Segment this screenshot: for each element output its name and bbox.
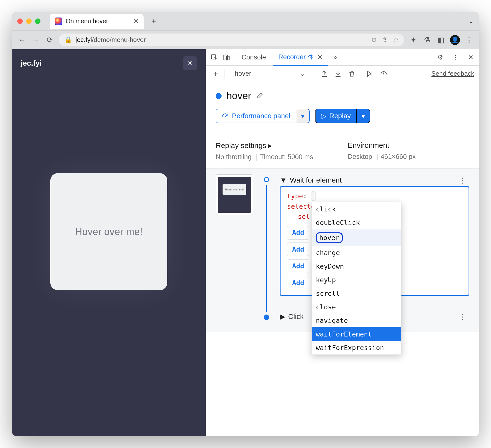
devtools-panel: Console Recorder ⚗ ✕ » ⚙ ⋮ ✕ ＋ hover	[206, 49, 479, 436]
tab-close-icon[interactable]: ✕	[317, 53, 323, 61]
performance-panel-more[interactable]: ▾	[296, 109, 310, 123]
hover-card[interactable]: Hover over me!	[50, 173, 167, 290]
edit-name-icon[interactable]	[256, 92, 264, 100]
titlebar: On menu hover ✕ ＋ ⌄	[12, 12, 479, 31]
step-title: Wait for element	[290, 176, 342, 184]
add-button[interactable]: Add	[287, 276, 309, 290]
dropdown-option-doubleclick[interactable]: doubleClick	[312, 216, 401, 229]
tab-overflow-icon[interactable]: ⌄	[468, 17, 474, 25]
add-button[interactable]: Add	[287, 259, 309, 273]
type-autocomplete-dropdown: click doubleClick hover change keyDown k…	[312, 202, 401, 355]
labs-icon[interactable]: ⚗	[422, 35, 432, 45]
svg-rect-2	[227, 56, 229, 60]
bookmark-icon[interactable]: ☆	[393, 36, 399, 44]
chevron-down-icon: ⌄	[300, 70, 305, 78]
timeout-value: Timeout: 5000 ms	[253, 153, 313, 161]
dropdown-option-click[interactable]: click	[312, 202, 401, 216]
play-icon: ▷	[321, 112, 326, 120]
close-window[interactable]	[17, 19, 23, 24]
more-menu-icon[interactable]: ⋮	[451, 53, 460, 62]
timeline-node	[264, 177, 269, 182]
add-button[interactable]: Add	[287, 226, 309, 240]
step-thumbnail[interactable]: Hover over me!	[216, 174, 253, 215]
sidepanel-icon[interactable]: ◧	[436, 35, 446, 45]
tab-recorder[interactable]: Recorder ⚗ ✕	[273, 50, 328, 66]
tabs-overflow-icon[interactable]: »	[330, 53, 340, 62]
step-menu-icon[interactable]: ⋮	[456, 174, 469, 186]
new-tab-button[interactable]: ＋	[149, 17, 158, 26]
thumb-text: Hover over me!	[223, 184, 246, 195]
step-header[interactable]: ▼ Wait for element ⋮	[280, 174, 469, 186]
collapse-icon: ▼	[280, 176, 287, 184]
tab-console[interactable]: Console	[237, 49, 271, 66]
browser-tab[interactable]: On menu hover ✕	[50, 14, 144, 29]
hover-card-text: Hover over me!	[75, 226, 142, 237]
steps-area: Hover over me! ▼ Wait for element	[206, 168, 479, 332]
slow-replay-icon[interactable]	[379, 69, 389, 79]
import-icon[interactable]	[333, 69, 343, 79]
reload-icon[interactable]: ⟳	[45, 35, 54, 45]
minimize-window[interactable]	[26, 19, 32, 24]
timeline	[259, 174, 274, 322]
page-header: jec.fyi ☀	[12, 49, 206, 77]
step-title: Click	[288, 313, 304, 321]
inspect-icon[interactable]	[209, 53, 219, 62]
type-key: type	[287, 192, 303, 200]
tab-title: On menu hover	[66, 18, 108, 25]
dropdown-option-change[interactable]: change	[312, 246, 401, 260]
extensions-icon[interactable]: ✦	[409, 35, 418, 45]
replay-settings: Replay settings ▸ No throttling Timeout:…	[216, 141, 469, 161]
maximize-window[interactable]	[35, 19, 40, 24]
lock-icon: 🔒	[64, 36, 72, 44]
settings-gear-icon[interactable]: ⚙	[435, 53, 445, 62]
replay-button[interactable]: ▷ Replay	[315, 109, 357, 123]
recording-selector-value: hover	[235, 70, 251, 77]
dropdown-option-scroll[interactable]: scroll	[312, 287, 401, 300]
address-bar: ← → ⟳ 🔒 jec.fyi/demo/menu-hover ⊖ ⇪ ☆ ✦ …	[12, 31, 479, 49]
url-field[interactable]: 🔒 jec.fyi/demo/menu-hover ⊖ ⇪ ☆	[59, 34, 404, 46]
page-brand: jec.fyi	[21, 59, 42, 67]
record-indicator-icon	[216, 93, 222, 99]
dropdown-option-waitforelement[interactable]: waitForElement	[312, 327, 401, 341]
send-feedback-link[interactable]: Send feedback	[432, 70, 474, 77]
page-pane: jec.fyi ☀ Hover over me!	[12, 49, 206, 436]
dropdown-option-hover[interactable]: hover	[312, 229, 401, 246]
share-icon[interactable]: ⇪	[382, 36, 388, 44]
device-toggle-icon[interactable]	[222, 53, 231, 62]
performance-panel-button[interactable]: Performance panel	[216, 109, 296, 123]
dropdown-option-waitforexpression[interactable]: waitForExpression	[312, 341, 401, 355]
step-menu-icon[interactable]: ⋮	[456, 311, 469, 322]
environment-device: Desktop	[348, 153, 372, 160]
recording-name: hover	[227, 90, 251, 101]
replay-settings-label[interactable]: Replay settings ▸	[216, 141, 313, 150]
close-devtools-icon[interactable]: ✕	[466, 53, 476, 62]
kebab-menu-icon[interactable]: ⋮	[464, 35, 474, 45]
recording-selector[interactable]: hover ⌄	[229, 68, 311, 79]
profile-avatar[interactable]: 👤	[450, 35, 460, 45]
step-forward-icon[interactable]	[365, 69, 375, 79]
content-area: jec.fyi ☀ Hover over me! Console Recorde…	[12, 49, 479, 436]
dropdown-option-navigate[interactable]: navigate	[312, 314, 401, 327]
new-recording-icon[interactable]: ＋	[211, 69, 221, 79]
flask-icon: ⚗	[308, 53, 314, 61]
recording-buttons: Performance panel ▾ ▷ Replay ▾	[216, 109, 469, 123]
step-editor[interactable]: type: selectors sel Add Add Add Add	[280, 186, 469, 296]
add-button[interactable]: Add	[287, 243, 309, 256]
dropdown-option-keydown[interactable]: keyDown	[312, 260, 401, 273]
devtools-tabbar: Console Recorder ⚗ ✕ » ⚙ ⋮ ✕	[206, 49, 479, 66]
delete-icon[interactable]	[347, 69, 357, 79]
tab-close-icon[interactable]: ✕	[133, 17, 139, 25]
replay-more[interactable]: ▾	[357, 109, 370, 123]
sel-prefix: sel	[298, 213, 310, 220]
dropdown-option-keyup[interactable]: keyUp	[312, 273, 401, 287]
zoom-out-icon[interactable]: ⊖	[371, 36, 377, 44]
dropdown-option-close[interactable]: close	[312, 300, 401, 314]
recording-title-row: hover	[216, 90, 469, 101]
theme-toggle-button[interactable]: ☀	[183, 56, 197, 70]
steps-column: ▼ Wait for element ⋮ type: selectors sel…	[280, 174, 469, 322]
nav-back-icon[interactable]: ←	[17, 35, 27, 45]
export-icon[interactable]	[319, 69, 329, 79]
nav-forward-icon[interactable]: →	[31, 35, 40, 45]
window-controls	[17, 19, 40, 24]
url-host: jec.fyi	[76, 36, 92, 43]
